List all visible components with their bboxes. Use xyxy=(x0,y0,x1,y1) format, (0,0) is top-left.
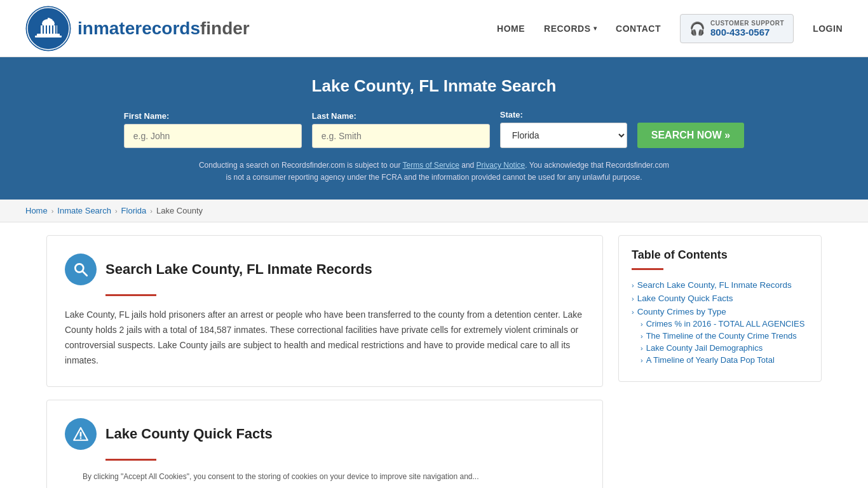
main-nav: HOME RECORDS ▾ CONTACT 🎧 CUSTOMER SUPPOR… xyxy=(497,14,843,43)
chevron-icon-2: › xyxy=(632,295,634,302)
page-title: Lake County, FL Inmate Search xyxy=(25,76,843,96)
last-name-input[interactable] xyxy=(312,124,490,148)
toc-sub-item-1: › Crimes % in 2016 - TOTAL ALL AGENCIES xyxy=(641,319,808,329)
headset-icon: 🎧 xyxy=(689,21,705,36)
search-form: First Name: Last Name: State: Florida Al… xyxy=(25,110,843,148)
search-banner: Lake County, FL Inmate Search First Name… xyxy=(0,57,868,200)
breadcrumb-florida[interactable]: Florida xyxy=(121,206,147,215)
last-name-label: Last Name: xyxy=(312,111,356,121)
chevron-icon-sub-4: › xyxy=(641,356,643,364)
customer-support-box[interactable]: 🎧 CUSTOMER SUPPORT 800-433-0567 xyxy=(680,14,794,43)
svg-line-16 xyxy=(83,272,87,276)
toc-box: Table of Contents › Search Lake County, … xyxy=(618,235,822,382)
chevron-icon-1: › xyxy=(632,281,634,289)
svg-rect-7 xyxy=(46,25,47,34)
chevron-down-icon: ▾ xyxy=(593,25,597,32)
disclaimer-text: Conducting a search on Recordsfinder.com… xyxy=(196,159,672,184)
nav-contact[interactable]: CONTACT xyxy=(616,24,661,34)
svg-rect-6 xyxy=(43,25,44,34)
section1-body: Lake County, FL jails hold prisoners aft… xyxy=(65,308,585,368)
toc-sublist: › Crimes % in 2016 - TOTAL ALL AGENCIES … xyxy=(641,319,808,365)
toc-list: › Search Lake County, FL Inmate Records … xyxy=(632,280,808,365)
state-select[interactable]: Florida Alabama Alaska Arizona Californi… xyxy=(500,123,627,148)
support-number: 800-433-0567 xyxy=(710,27,784,37)
chevron-icon-3: › xyxy=(632,308,634,316)
section-quick-facts: Lake County Quick Facts By clicking "Acc… xyxy=(46,400,603,488)
logo[interactable]: inmaterecordsfinder xyxy=(25,6,250,51)
svg-rect-8 xyxy=(49,25,50,34)
section-search-records: Search Lake County, FL Inmate Records La… xyxy=(46,235,603,386)
logo-icon xyxy=(25,6,71,51)
state-label: State: xyxy=(500,110,523,119)
toc-sub-link-3[interactable]: › Lake County Jail Demographics xyxy=(641,343,808,353)
breadcrumb-sep-1: › xyxy=(51,207,54,215)
toc-link-2[interactable]: › Lake County Quick Facts xyxy=(632,294,808,303)
nav-home[interactable]: HOME xyxy=(497,24,525,34)
search-icon-circle xyxy=(65,254,97,285)
svg-point-19 xyxy=(80,437,82,439)
login-button[interactable]: LOGIN xyxy=(813,24,843,34)
toc-sub-link-1[interactable]: › Crimes % in 2016 - TOTAL ALL AGENCIES xyxy=(641,319,808,329)
section2-header: Lake County Quick Facts xyxy=(65,418,585,450)
toc-link-3[interactable]: › County Crimes by Type xyxy=(632,307,808,316)
toc-sub-item-4: › A Timeline of Yearly Data Pop Total xyxy=(641,355,808,365)
last-name-group: Last Name: xyxy=(312,111,490,148)
toc-sub-link-4[interactable]: › A Timeline of Yearly Data Pop Total xyxy=(641,355,808,365)
tos-link[interactable]: Terms of Service xyxy=(403,161,459,170)
breadcrumb-current: Lake County xyxy=(156,206,203,215)
first-name-input[interactable] xyxy=(124,124,302,148)
section2-divider xyxy=(105,459,156,461)
toc-title: Table of Contents xyxy=(632,248,808,262)
chevron-icon-sub-1: › xyxy=(641,320,643,328)
section2-title: Lake County Quick Facts xyxy=(105,426,273,442)
svg-rect-9 xyxy=(52,25,53,34)
toc-item-1: › Search Lake County, FL Inmate Records xyxy=(632,280,808,290)
first-name-group: First Name: xyxy=(124,111,302,148)
state-group: State: Florida Alabama Alaska Arizona Ca… xyxy=(500,110,627,148)
svg-rect-12 xyxy=(35,36,62,37)
support-label: CUSTOMER SUPPORT xyxy=(710,20,784,27)
section2-body: By clicking "Accept All Cookies", you co… xyxy=(65,472,585,481)
article-area: Search Lake County, FL Inmate Records La… xyxy=(46,235,618,488)
svg-rect-4 xyxy=(39,25,57,34)
alert-icon-circle xyxy=(65,418,97,450)
svg-rect-13 xyxy=(48,18,49,24)
chevron-icon-sub-2: › xyxy=(641,332,643,340)
search-icon xyxy=(72,261,89,278)
breadcrumb-home[interactable]: Home xyxy=(25,206,48,215)
privacy-link[interactable]: Privacy Notice xyxy=(477,161,526,170)
toc-divider xyxy=(632,268,663,270)
section1-title: Search Lake County, FL Inmate Records xyxy=(105,261,372,278)
section1-header: Search Lake County, FL Inmate Records xyxy=(65,254,585,285)
svg-rect-10 xyxy=(55,25,57,34)
alert-icon xyxy=(72,426,89,442)
toc-item-3: › County Crimes by Type › Crimes % in 20… xyxy=(632,307,808,365)
breadcrumb: Home › Inmate Search › Florida › Lake Co… xyxy=(0,200,868,222)
svg-rect-5 xyxy=(39,25,41,34)
breadcrumb-sep-2: › xyxy=(115,207,118,215)
logo-text: inmaterecordsfinder xyxy=(78,18,250,39)
toc-sub-link-2[interactable]: › The Timeline of the County Crime Trend… xyxy=(641,331,808,341)
search-button[interactable]: SEARCH NOW » xyxy=(637,123,744,148)
sidebar: Table of Contents › Search Lake County, … xyxy=(618,235,822,488)
breadcrumb-sep-3: › xyxy=(150,207,153,215)
first-name-label: First Name: xyxy=(124,111,170,121)
site-header: inmaterecordsfinder HOME RECORDS ▾ CONTA… xyxy=(0,0,868,57)
toc-item-2: › Lake County Quick Facts xyxy=(632,294,808,303)
nav-records[interactable]: RECORDS ▾ xyxy=(544,24,597,34)
section1-divider xyxy=(105,294,156,296)
main-content: Search Lake County, FL Inmate Records La… xyxy=(21,222,847,488)
toc-sub-item-3: › Lake County Jail Demographics xyxy=(641,343,808,353)
chevron-icon-sub-3: › xyxy=(641,344,643,352)
toc-sub-item-2: › The Timeline of the County Crime Trend… xyxy=(641,331,808,341)
breadcrumb-inmate-search[interactable]: Inmate Search xyxy=(57,206,111,215)
toc-link-1[interactable]: › Search Lake County, FL Inmate Records xyxy=(632,280,808,290)
